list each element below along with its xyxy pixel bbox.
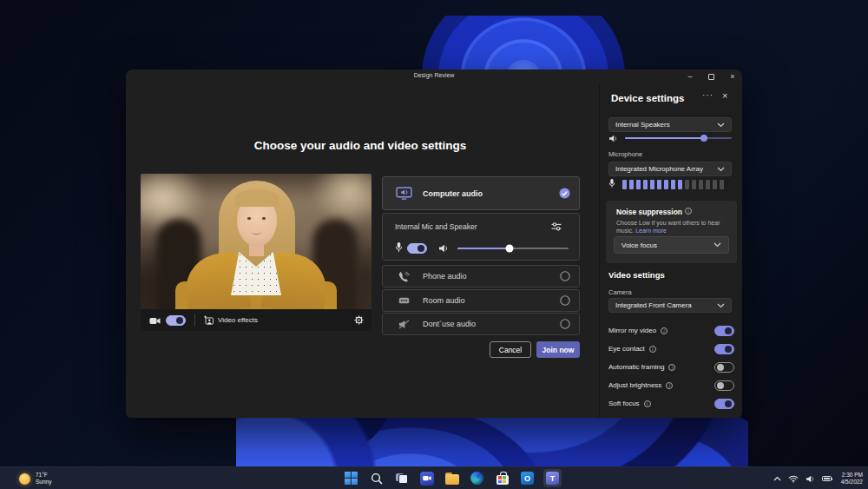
audio-option-room[interactable]: Room audio xyxy=(382,289,580,312)
chevron-down-icon xyxy=(717,167,725,172)
toggle-row-soft-focus: Soft focus i xyxy=(608,398,734,409)
room-audio-icon xyxy=(395,296,412,305)
clock-widget[interactable]: 2:30 PM 4/5/2022 xyxy=(841,472,863,486)
outlook-button[interactable]: O xyxy=(518,469,536,487)
mic-meter-bar xyxy=(678,180,682,189)
info-icon: i xyxy=(649,346,656,353)
soft-focus-toggle[interactable] xyxy=(714,399,734,409)
toggle-row-framing: Automatic framing i xyxy=(608,361,734,373)
clock-time: 2:30 PM xyxy=(842,472,863,478)
weather-condition: Sunny xyxy=(36,479,51,485)
store-button[interactable] xyxy=(493,469,511,487)
info-icon: i xyxy=(685,208,692,215)
chat-icon xyxy=(420,472,434,486)
chat-button[interactable] xyxy=(418,469,436,487)
mic-icon xyxy=(608,176,615,192)
audio-off-icon xyxy=(395,320,412,329)
camera-select[interactable]: Integrated Front Camera xyxy=(608,298,732,313)
info-icon: i xyxy=(666,382,673,389)
maximize-button[interactable] xyxy=(708,74,714,80)
room-audio-label: Room audio xyxy=(423,296,465,305)
join-now-button[interactable]: Join now xyxy=(536,341,580,358)
weather-widget[interactable]: 71°F Sunny xyxy=(19,467,51,489)
sun-icon xyxy=(19,473,30,485)
video-settings-title: Video settings xyxy=(608,270,665,280)
folder-icon xyxy=(445,474,459,485)
search-icon xyxy=(371,472,383,485)
person-smile xyxy=(252,229,261,235)
search-button[interactable] xyxy=(367,469,385,487)
device-settings-title: Device settings xyxy=(611,93,684,103)
adjust-brightness-toggle[interactable] xyxy=(714,380,734,391)
radio-unselected-icon xyxy=(560,295,570,306)
camera-select-value: Integrated Front Camera xyxy=(615,301,692,309)
noise-suppression-title: Noise suppression xyxy=(616,208,682,216)
toggle-row-eye-contact: Eye contact i xyxy=(608,343,734,354)
start-button[interactable] xyxy=(342,469,360,487)
volume-icon[interactable] xyxy=(806,475,815,483)
chevron-down-icon xyxy=(713,242,721,248)
camera-toggle[interactable] xyxy=(166,315,186,326)
wifi-icon[interactable] xyxy=(788,475,799,483)
phone-icon xyxy=(395,271,412,282)
mic-meter-bar xyxy=(622,180,627,189)
panel-close-icon[interactable]: × xyxy=(722,90,727,101)
mic-meter-bar xyxy=(671,180,675,189)
custom-setup-icon[interactable] xyxy=(551,221,562,232)
desktop: Design Review – × Choose your audio and … xyxy=(0,0,868,489)
weather-temp: 71°F xyxy=(36,472,48,478)
edge-icon xyxy=(470,472,483,485)
speaker-select[interactable]: Internal Speakers xyxy=(608,117,732,132)
speaker-volume-slider[interactable] xyxy=(625,137,732,139)
speaker-icon xyxy=(438,241,449,256)
info-icon: i xyxy=(644,400,651,407)
learn-more-link[interactable]: Learn more xyxy=(635,228,667,234)
video-effects-label[interactable]: Video effects xyxy=(218,316,258,324)
person-eye-right xyxy=(262,217,266,220)
video-preview: Video effects xyxy=(141,174,372,331)
audio-option-none[interactable]: Dont´use audio xyxy=(382,313,580,335)
person-hair-fringe xyxy=(235,189,279,207)
device-settings-panel: Device settings ··· × Internal Speakers … xyxy=(599,83,742,418)
speaker-icon xyxy=(608,130,618,146)
toggle-row-mirror: Mirror my video i xyxy=(608,325,734,336)
gear-icon[interactable] xyxy=(354,313,364,328)
camera-icon xyxy=(149,313,161,328)
mic-toggle[interactable] xyxy=(407,243,427,254)
noise-suppression-description: Choose Low if you want others to hear mu… xyxy=(616,219,731,235)
selected-check-icon xyxy=(559,188,570,199)
mic-meter-bar xyxy=(650,180,654,189)
audio-option-computer[interactable]: Computer audio xyxy=(382,176,580,210)
person-eye-left xyxy=(247,217,251,220)
chevron-down-icon xyxy=(717,122,725,128)
cancel-button[interactable]: Cancel xyxy=(490,341,531,358)
mic-meter-bar xyxy=(657,180,661,189)
mic-meter-bar xyxy=(692,180,696,189)
microphone-label: Microphone xyxy=(608,150,642,158)
mic-icon xyxy=(395,241,403,256)
file-explorer-button[interactable] xyxy=(443,469,461,487)
outlook-icon: O xyxy=(521,472,534,485)
microphone-select[interactable]: Integrated Microphone Array xyxy=(608,162,732,176)
microphone-select-value: Integrated Microphone Array xyxy=(615,165,703,173)
video-effects-icon xyxy=(203,313,214,328)
no-audio-label: Dont´use audio xyxy=(423,320,476,328)
noise-suppression-select[interactable]: Voice focus xyxy=(614,236,729,254)
video-control-bar: Video effects xyxy=(141,309,372,331)
close-button[interactable]: × xyxy=(728,69,737,83)
battery-icon[interactable] xyxy=(822,476,832,481)
more-options-icon[interactable]: ··· xyxy=(702,90,713,100)
edge-button[interactable] xyxy=(468,469,486,487)
dialog-volume-slider[interactable] xyxy=(457,248,569,249)
mirror-video-toggle[interactable] xyxy=(714,326,734,336)
automatic-framing-toggle[interactable] xyxy=(714,362,734,373)
teams-icon: T xyxy=(546,472,559,485)
minimize-button[interactable]: – xyxy=(686,69,694,83)
eye-contact-toggle[interactable] xyxy=(714,344,734,354)
divider xyxy=(194,314,195,327)
teams-button-active[interactable]: T xyxy=(543,469,562,487)
audio-option-phone[interactable]: Phone audio xyxy=(382,265,580,287)
task-view-button[interactable] xyxy=(392,469,411,487)
hidden-icons-chevron[interactable] xyxy=(773,476,781,481)
wallpaper-bloom-top xyxy=(406,16,641,71)
